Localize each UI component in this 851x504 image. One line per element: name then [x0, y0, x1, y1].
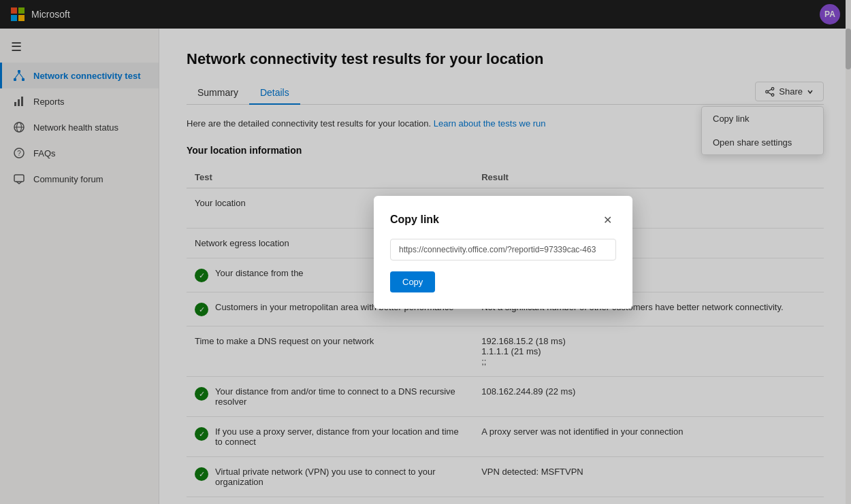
modal-header: Copy link ✕	[390, 212, 616, 228]
copy-link-modal: Copy link ✕ Copy	[374, 196, 632, 309]
modal-title: Copy link	[390, 214, 439, 226]
modal-close-button[interactable]: ✕	[599, 212, 616, 228]
copy-button[interactable]: Copy	[390, 271, 435, 292]
modal-url-input[interactable]	[390, 239, 616, 261]
